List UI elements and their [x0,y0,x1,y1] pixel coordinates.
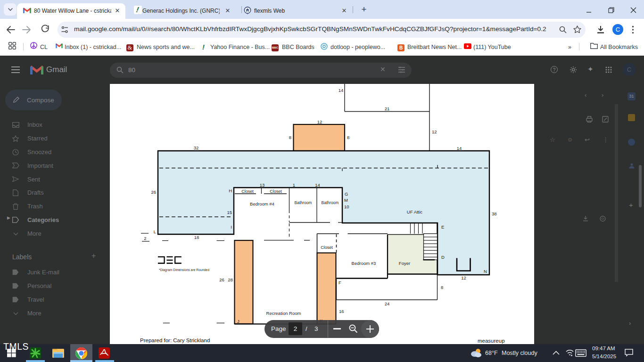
svg-text:Closet: Closet [321,245,333,250]
svg-text:Closet: Closet [241,189,254,194]
svg-text:*Diagram Dimensions are Rounde: *Diagram Dimensions are Rounded [159,268,209,272]
svg-text:15: 15 [227,210,232,215]
svg-text:D: D [441,255,445,260]
svg-text:1: 1 [293,182,295,188]
svg-text:Bedroom #4: Bedroom #4 [250,201,274,206]
svg-text:18: 18 [194,235,199,240]
svg-text:M: M [344,197,348,203]
svg-text:8: 8 [289,135,291,140]
svg-text:14: 14 [315,182,320,188]
svg-text:21: 21 [385,106,390,111]
svg-text:Recreation Room: Recreation Room [266,311,301,316]
svg-text:Bedroom #3: Bedroom #3 [352,261,376,266]
svg-text:14: 14 [339,88,344,93]
svg-text:16: 16 [339,309,344,314]
svg-text:E: E [441,224,444,230]
svg-text:12: 12 [461,275,466,280]
svg-text:12: 12 [317,119,322,124]
svg-text:H: H [229,188,232,193]
svg-text:14: 14 [457,146,462,151]
svg-text:8: 8 [347,135,349,140]
svg-text:L: L [154,229,156,234]
svg-text:10: 10 [344,204,349,209]
svg-text:Bathroom: Bathroom [295,200,312,205]
svg-text:Bathroom: Bathroom [322,200,339,205]
svg-text:G: G [345,191,348,197]
svg-text:13: 13 [260,182,265,188]
svg-text:J: J [237,319,239,324]
svg-text:Foyer: Foyer [399,261,410,266]
svg-text:24: 24 [385,301,390,306]
svg-text:2: 2 [144,236,146,241]
svg-text:28: 28 [228,277,233,282]
svg-text:26: 26 [151,189,156,195]
svg-text:Closet: Closet [270,189,282,194]
svg-text:8: 8 [441,285,443,290]
svg-text:I: I [231,224,232,230]
svg-text:Prepared for: Cary Strickland: Prepared for: Cary Strickland [140,337,210,343]
svg-text:F: F [339,280,341,285]
svg-text:UF Attic: UF Attic [407,209,423,214]
svg-text:38: 38 [492,211,497,216]
svg-text:measureup: measureup [478,338,505,344]
svg-text:32: 32 [194,145,199,150]
svg-text:12: 12 [432,129,437,134]
svg-text:N: N [484,269,487,274]
svg-text:26: 26 [219,277,224,282]
